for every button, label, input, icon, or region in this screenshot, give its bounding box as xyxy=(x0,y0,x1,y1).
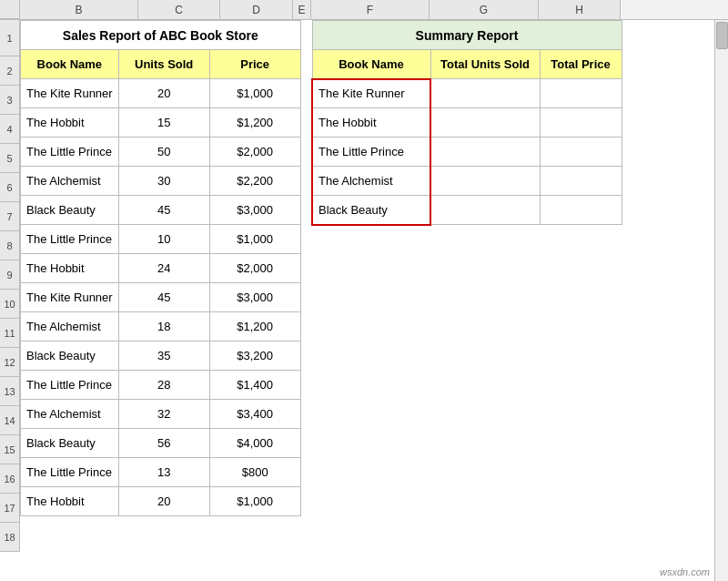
table-cell[interactable]: Black Beauty xyxy=(312,196,430,225)
col-f[interactable]: F xyxy=(311,0,430,19)
table-cell[interactable]: 45 xyxy=(118,196,209,225)
table-cell[interactable]: 20 xyxy=(118,79,209,108)
col-e[interactable]: E xyxy=(293,0,311,19)
table-cell[interactable]: 45 xyxy=(118,283,209,312)
table-cell[interactable]: The Little Prince xyxy=(21,138,119,167)
table-cell[interactable]: $2,200 xyxy=(209,167,300,196)
summary-header-total-units: Total Units Sold xyxy=(430,50,540,79)
table-cell[interactable]: $2,000 xyxy=(209,138,300,167)
table-row: Black Beauty56$4,000 xyxy=(21,429,301,458)
col-g[interactable]: G xyxy=(430,0,539,19)
table-cell[interactable] xyxy=(430,108,540,138)
table-cell[interactable]: 18 xyxy=(118,312,209,341)
col-d[interactable]: D xyxy=(220,0,293,19)
table-cell[interactable]: 28 xyxy=(118,371,209,400)
col-h[interactable]: H xyxy=(539,0,621,19)
summary-report-title: Summary Report xyxy=(312,21,622,50)
table-cell[interactable]: 32 xyxy=(118,400,209,429)
table-cell[interactable]: 10 xyxy=(118,225,209,254)
table-cell[interactable]: The Little Prince xyxy=(21,458,119,487)
table-cell[interactable]: The Little Prince xyxy=(21,371,119,400)
table-cell[interactable]: The Hobbit xyxy=(21,108,119,138)
table-cell[interactable]: Black Beauty xyxy=(21,341,119,371)
cells-area: Sales Report of ABC Book Store Book Name… xyxy=(20,20,728,552)
table-cell[interactable]: Black Beauty xyxy=(21,429,119,458)
table-cell[interactable]: $1,200 xyxy=(209,108,300,138)
table-cell[interactable]: 24 xyxy=(118,254,209,283)
table-cell[interactable]: The Little Prince xyxy=(312,138,430,167)
table-cell[interactable]: The Kite Runner xyxy=(21,283,119,312)
table-cell[interactable] xyxy=(540,167,622,196)
table-cell[interactable]: $3,000 xyxy=(209,283,300,312)
table-cell[interactable] xyxy=(430,138,540,167)
table-cell[interactable]: $4,000 xyxy=(209,429,300,458)
table-cell[interactable]: 15 xyxy=(118,108,209,138)
table-row: The Little Prince50$2,000 xyxy=(21,138,301,167)
table-row: The Hobbit xyxy=(312,108,622,138)
row-2: 2 xyxy=(0,56,20,86)
table-row: The Alchemist xyxy=(312,167,622,196)
table-cell[interactable]: $1,000 xyxy=(209,79,300,108)
table-row: Black Beauty xyxy=(312,196,622,225)
row-17: 17 xyxy=(0,494,20,523)
summary-header-book: Book Name xyxy=(312,50,430,79)
table-cell[interactable]: $2,000 xyxy=(209,254,300,283)
table-cell[interactable]: The Alchemist xyxy=(21,400,119,429)
scrollbar[interactable] xyxy=(714,20,728,581)
table-cell[interactable]: 30 xyxy=(118,167,209,196)
table-cell[interactable]: $1,400 xyxy=(209,371,300,400)
table-cell[interactable] xyxy=(540,79,622,108)
row-9: 9 xyxy=(0,260,20,290)
table-cell[interactable]: The Alchemist xyxy=(21,167,119,196)
table-cell[interactable]: The Hobbit xyxy=(21,487,119,516)
table-cell[interactable]: The Hobbit xyxy=(21,254,119,283)
sales-header-row: Book Name Units Sold Price xyxy=(21,50,301,79)
table-cell[interactable]: The Kite Runner xyxy=(21,79,119,108)
summary-header-row: Book Name Total Units Sold Total Price xyxy=(312,50,622,79)
table-cell[interactable] xyxy=(540,138,622,167)
col-c[interactable]: C xyxy=(138,0,220,19)
table-cell[interactable]: 20 xyxy=(118,487,209,516)
table-cell[interactable]: 13 xyxy=(118,458,209,487)
table-cell[interactable] xyxy=(430,167,540,196)
table-cell[interactable]: $1,000 xyxy=(209,225,300,254)
table-row: The Hobbit24$2,000 xyxy=(21,254,301,283)
row-16: 16 xyxy=(0,464,20,494)
table-cell[interactable]: $800 xyxy=(209,458,300,487)
table-cell[interactable]: $1,200 xyxy=(209,312,300,341)
table-cell[interactable]: Black Beauty xyxy=(21,196,119,225)
row-10: 10 xyxy=(0,290,20,319)
table-row: Black Beauty45$3,000 xyxy=(21,196,301,225)
corner-cell xyxy=(0,0,20,19)
table-cell[interactable]: $3,200 xyxy=(209,341,300,371)
row-14: 14 xyxy=(0,406,20,435)
row-3: 3 xyxy=(0,86,20,115)
table-cell[interactable]: The Kite Runner xyxy=(312,79,430,108)
table-row: The Alchemist32$3,400 xyxy=(21,400,301,429)
table-cell[interactable] xyxy=(540,196,622,225)
table-cell[interactable] xyxy=(540,108,622,138)
row-12: 12 xyxy=(0,348,20,377)
row-4: 4 xyxy=(0,115,20,144)
table-cell[interactable] xyxy=(430,196,540,225)
table-row: The Little Prince xyxy=(312,138,622,167)
table-row: The Alchemist18$1,200 xyxy=(21,312,301,341)
table-cell[interactable]: The Alchemist xyxy=(312,167,430,196)
table-cell[interactable]: $3,400 xyxy=(209,400,300,429)
table-cell[interactable]: $3,000 xyxy=(209,196,300,225)
scrollbar-thumb[interactable] xyxy=(716,22,728,49)
table-cell[interactable]: The Hobbit xyxy=(312,108,430,138)
table-cell[interactable]: 50 xyxy=(118,138,209,167)
row-13: 13 xyxy=(0,377,20,406)
spreadsheet: B C D E F G H 1 2 3 4 5 6 7 8 9 10 11 12… xyxy=(0,0,728,581)
table-cell[interactable]: 56 xyxy=(118,429,209,458)
table-cell[interactable] xyxy=(430,79,540,108)
table-cell[interactable]: $1,000 xyxy=(209,487,300,516)
sales-header-book: Book Name xyxy=(21,50,119,79)
table-cell[interactable]: 35 xyxy=(118,341,209,371)
table-cell[interactable]: The Alchemist xyxy=(21,312,119,341)
table-cell[interactable]: The Little Prince xyxy=(21,225,119,254)
col-b[interactable]: B xyxy=(20,0,138,19)
summary-title-row: Summary Report xyxy=(312,21,622,50)
row-1: 1 xyxy=(0,20,20,56)
